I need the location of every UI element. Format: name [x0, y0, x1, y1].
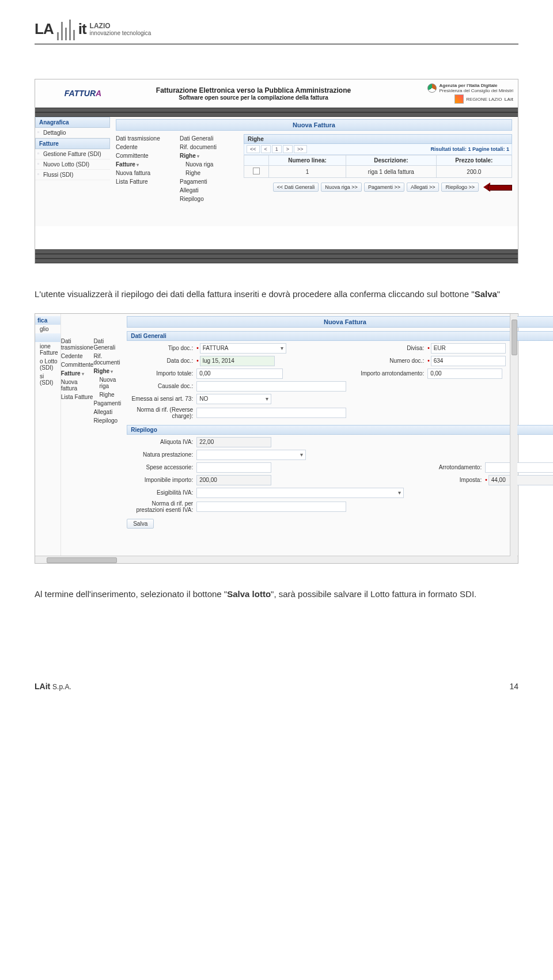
righe-table: Numero linea: Descrizione: Prezzo totale… [244, 155, 512, 178]
section-dati-generali: Dati Generali [127, 331, 553, 341]
nav-dati-generali[interactable]: << Dati Generali [273, 183, 319, 192]
sidebar-item-nuovo-lotto[interactable]: Nuovo Lotto (SDI) [35, 159, 110, 170]
app-subtitle: Software open source per la compilazione… [126, 94, 381, 101]
callout-arrow-icon [483, 183, 512, 192]
regione-icon [454, 94, 464, 104]
fattura-tree: Dati Generali Rif. documenti Righe Nuova… [180, 134, 240, 203]
page-number: 14 [509, 682, 518, 691]
row-checkbox[interactable] [253, 168, 260, 174]
paragraph-1: L'utente visualizzerà il riepilogo dei d… [35, 287, 518, 302]
pager-first[interactable]: << [247, 145, 260, 153]
divisa-field[interactable]: EUR [431, 343, 506, 354]
header-logo: LA it LAZIOinnovazione tecnologica [35, 17, 518, 40]
lotto-tree-2: Dati trasmissione Cedente Committente Fa… [61, 314, 94, 556]
screenshot-2: fica glio ione Fatture o Lotto (SDI) si … [35, 313, 518, 564]
natura-select[interactable] [196, 450, 306, 460]
scrollbar-h[interactable] [35, 556, 518, 563]
fattura-logo: FATTURA [65, 89, 101, 98]
sidebar2: fica glio ione Fatture o Lotto (SDI) si … [35, 314, 61, 556]
screenshot-1: FATTURA Fatturazione Elettronica verso l… [35, 79, 518, 264]
nav-pagamenti[interactable]: Pagamenti >> [364, 183, 404, 192]
importo-totale-field[interactable]: 0,00 [196, 369, 283, 379]
sidebar: Anagrafica Dettaglio Fatture Gestione Fa… [35, 117, 110, 226]
pager: << < 1 > >> Risultati totali: 1 Pagine t… [244, 144, 512, 155]
arrot-riep-field[interactable] [485, 462, 553, 473]
scrollbar-v[interactable] [510, 314, 517, 556]
sidebar-item-flussi[interactable]: Flussi (SDI) [35, 170, 110, 180]
righe-title: Righe [244, 134, 512, 144]
causale-field[interactable] [196, 381, 346, 392]
emblem-icon [427, 83, 437, 93]
fattura-tree-2: Dati Generali Rif. documenti Righe Nuova… [93, 314, 121, 556]
norma-esenti-field[interactable] [196, 502, 346, 512]
app-header: FATTURA Fatturazione Elettronica verso l… [35, 79, 518, 108]
imponibile-field: 200,00 [196, 475, 271, 485]
pager-last[interactable]: >> [294, 145, 307, 153]
aliquota-field: 22,00 [196, 437, 271, 447]
section-riepilogo: Riepilogo [127, 425, 553, 435]
imposta-field: 44,00 [488, 475, 553, 485]
esigibilita-select[interactable] [196, 488, 404, 498]
arrotondamento-field[interactable]: 0,00 [427, 369, 502, 379]
brand-sub: LAZIOinnovazione tecnologica [90, 22, 151, 36]
pager-status: Risultati totali: 1 Pagine totali: 1 [430, 146, 509, 152]
tipo-doc-select[interactable]: FATTURA [200, 343, 286, 354]
brand-la: LA [35, 20, 54, 38]
sidebar-section-fatture: Fatture [35, 138, 110, 149]
sidebar-item-gestione[interactable]: Gestione Fatture (SDI) [35, 149, 110, 159]
paragraph-2: Al termine dell'inserimento, selezionato… [35, 587, 518, 602]
page-footer: LAit S.p.A. 14 [35, 682, 518, 691]
reverse-charge-field[interactable] [196, 408, 346, 418]
salva-button[interactable]: Salva [127, 519, 154, 529]
sidebar-section-anagrafica: Anagrafica [35, 117, 110, 128]
brand-it: it [78, 20, 86, 38]
spese-field[interactable] [196, 462, 271, 473]
sidebar-item-dettaglio[interactable]: Dettaglio [35, 128, 110, 138]
lotto-tree: Dati trasmissione Cedente Committente Fa… [116, 134, 176, 203]
panel-title: Nuova Fattura [116, 119, 512, 131]
logo-bars [56, 17, 76, 40]
nav-allegati[interactable]: Allegati >> [407, 183, 440, 192]
numero-doc-field[interactable]: 634 [431, 356, 506, 366]
app-title: Fatturazione Elettronica verso la Pubbli… [126, 86, 381, 94]
table-row[interactable]: 1 riga 1 della fattura 200.0 [244, 166, 512, 178]
wizard-nav: << Dati Generali Nuova riga >> Pagamenti… [244, 183, 512, 192]
data-doc-field[interactable]: lug 15, 2014 [200, 356, 275, 366]
nav-nuova-riga[interactable]: Nuova riga >> [321, 183, 362, 192]
nav-riepilogo[interactable]: Riepilogo >> [441, 183, 479, 192]
header-rule [35, 44, 518, 44]
pager-next[interactable]: > [283, 145, 293, 153]
panel-title-2: Nuova Fattura [127, 316, 553, 328]
pager-page[interactable]: 1 [272, 145, 282, 153]
art73-select[interactable]: NO [196, 394, 271, 404]
pager-prev[interactable]: < [261, 145, 271, 153]
